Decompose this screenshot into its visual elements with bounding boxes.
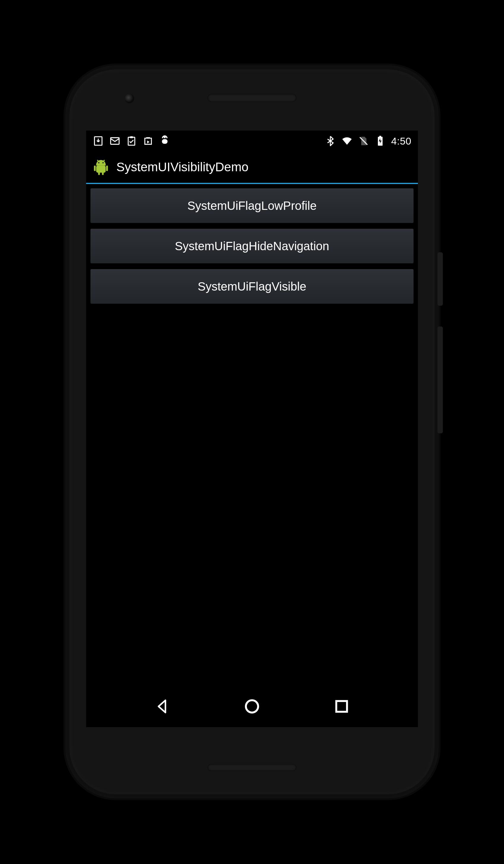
svg-rect-12 <box>98 172 100 175</box>
visible-button[interactable]: SystemUiFlagVisible <box>90 269 414 304</box>
android-debug-icon <box>159 135 170 147</box>
navigation-bar <box>86 686 418 727</box>
action-bar: SystemUIVisibilityDemo <box>86 151 418 184</box>
svg-rect-10 <box>94 166 96 171</box>
recents-button[interactable] <box>328 693 355 720</box>
svg-point-15 <box>103 162 104 164</box>
status-left <box>93 135 170 147</box>
app-title: SystemUIVisibilityDemo <box>116 160 249 174</box>
download-icon <box>93 135 104 147</box>
no-sim-icon <box>358 135 369 147</box>
svg-rect-13 <box>102 172 104 175</box>
svg-rect-4 <box>162 139 168 144</box>
battery-charging-icon <box>375 135 386 147</box>
svg-rect-11 <box>106 166 108 171</box>
mail-icon <box>109 135 120 147</box>
home-button[interactable] <box>239 693 265 720</box>
volume-button[interactable] <box>437 326 443 433</box>
svg-rect-2 <box>128 137 135 145</box>
status-clock: 4:50 <box>391 135 411 147</box>
hide-navigation-button[interactable]: SystemUiFlagHideNavigation <box>90 229 414 264</box>
back-button[interactable] <box>149 693 176 720</box>
play-store-icon <box>143 135 154 147</box>
low-profile-button[interactable]: SystemUiFlagLowProfile <box>90 188 414 223</box>
screen: 4:50 <box>86 131 418 727</box>
svg-rect-17 <box>336 701 347 712</box>
button-label: SystemUiFlagLowProfile <box>187 199 317 213</box>
earpiece <box>207 94 297 102</box>
bottom-speaker <box>207 764 297 771</box>
svg-point-14 <box>98 162 99 164</box>
stage: 4:50 <box>0 0 504 864</box>
status-bar: 4:50 <box>86 131 418 151</box>
front-camera <box>125 94 134 103</box>
clipboard-check-icon <box>126 135 137 147</box>
content-area: SystemUiFlagLowProfile SystemUiFlagHideN… <box>86 184 418 308</box>
android-robot-icon <box>92 158 110 177</box>
svg-rect-8 <box>379 136 381 137</box>
bluetooth-icon <box>325 135 336 147</box>
svg-point-16 <box>246 700 258 712</box>
power-button[interactable] <box>437 252 443 306</box>
svg-rect-9 <box>96 166 106 173</box>
status-right: 4:50 <box>325 135 411 147</box>
button-label: SystemUiFlagVisible <box>198 280 306 293</box>
phone-frame: 4:50 <box>65 65 439 799</box>
wifi-icon <box>341 135 352 147</box>
button-label: SystemUiFlagHideNavigation <box>175 240 329 253</box>
svg-rect-3 <box>130 136 133 138</box>
